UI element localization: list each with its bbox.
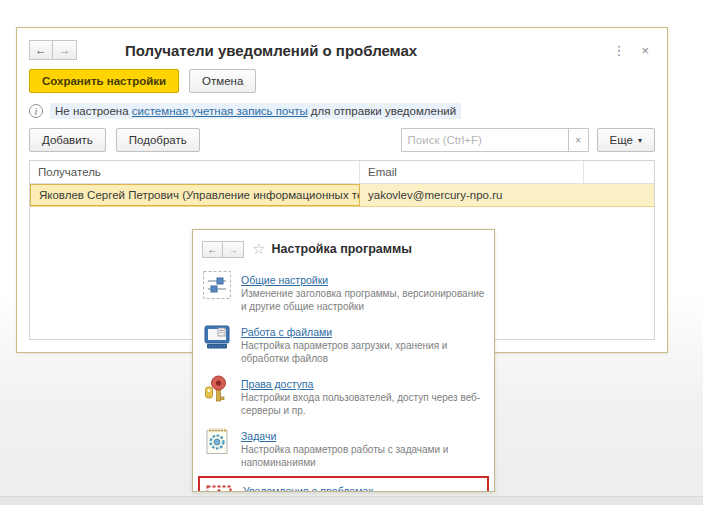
info-banner: i Не настроена системная учетная запись … [29,102,655,120]
mail-account-link[interactable]: системная учетная запись почты [132,105,308,117]
info-message: Не настроена системная учетная запись по… [50,103,461,119]
settings-dialog: ← → ☆ Настройка программы Общие настройк… [192,229,495,492]
page-bottom-band [0,496,703,505]
general-settings-desc: Изменение заголовка программы, версионир… [241,288,485,313]
action-row: Сохранить настройки Отмена [29,69,655,93]
pick-button[interactable]: Подобрать [116,128,200,152]
dialog-forward-button[interactable]: → [223,241,244,258]
more-label: Еще [610,134,633,146]
tasks-icon [202,426,232,456]
cell-recipient[interactable]: Яковлев Сергей Петрович (Управление инфо… [30,184,360,206]
search-input[interactable] [401,128,569,152]
general-settings-link[interactable]: Общие настройки [241,274,328,286]
dialog-header: ← → ☆ Настройка программы [202,237,485,261]
chevron-down-icon: ▾ [638,136,642,145]
alert-bubble-icon [204,481,234,492]
kebab-menu-icon[interactable]: ⋮ [602,43,635,58]
search-group: × [401,128,589,152]
settings-item-tasks: Задачи Настройка параметров работы с зад… [202,426,485,469]
dialog-title: Настройка программы [271,242,411,256]
table-header: Получатель Email [30,161,654,184]
settings-item-general: Общие настройки Изменение заголовка прог… [202,270,485,313]
highlight-frame: Уведомления о проблемах Настройка получа… [198,476,489,492]
settings-item-notifications: Уведомления о проблемах Настройка получа… [204,481,483,492]
page-title: Получатели уведомлений о проблемах [125,42,417,59]
dialog-back-button[interactable]: ← [202,241,223,258]
add-button[interactable]: Добавить [29,128,106,152]
forward-button[interactable]: → [53,40,77,60]
settings-item-access: Права доступа Настройки входа пользовате… [202,374,485,417]
column-header-recipient[interactable]: Получатель [30,161,360,183]
files-desc: Настройка параметров загрузки, хранения … [241,340,485,365]
problem-notifications-link[interactable]: Уведомления о проблемах [243,485,374,492]
tasks-link[interactable]: Задачи [241,430,276,442]
monitor-icon [202,322,232,352]
sliders-icon [202,270,232,300]
search-clear-icon[interactable]: × [569,128,589,152]
settings-item-files: Работа с файлами Настройка параметров за… [202,322,485,365]
column-header-email[interactable]: Email [360,161,584,183]
save-settings-button[interactable]: Сохранить настройки [29,69,179,93]
files-link[interactable]: Работа с файлами [241,326,332,338]
window-header: ← → Получатели уведомлений о проблемах ⋮… [29,36,655,64]
access-rights-desc: Настройки входа пользователей, доступ че… [241,392,485,417]
info-prefix: Не настроена [55,105,132,117]
access-rights-link[interactable]: Права доступа [241,378,313,390]
close-icon[interactable]: × [635,43,655,58]
more-button[interactable]: Еще ▾ [597,128,655,152]
toolbar: Добавить Подобрать × Еще ▾ [29,128,655,152]
info-icon: i [29,104,43,118]
back-button[interactable]: ← [29,40,53,60]
cell-email[interactable]: yakovlev@mercury-npo.ru [360,184,584,206]
tasks-desc: Настройка параметров работы с задачами и… [241,444,485,469]
cancel-button[interactable]: Отмена [189,69,256,93]
table-row[interactable]: Яковлев Сергей Петрович (Управление инфо… [30,184,654,207]
info-suffix: для отправки уведомлений [308,105,456,117]
favorite-star-icon[interactable]: ☆ [252,240,265,258]
keys-icon [202,374,232,404]
cell-extra[interactable] [584,184,654,206]
